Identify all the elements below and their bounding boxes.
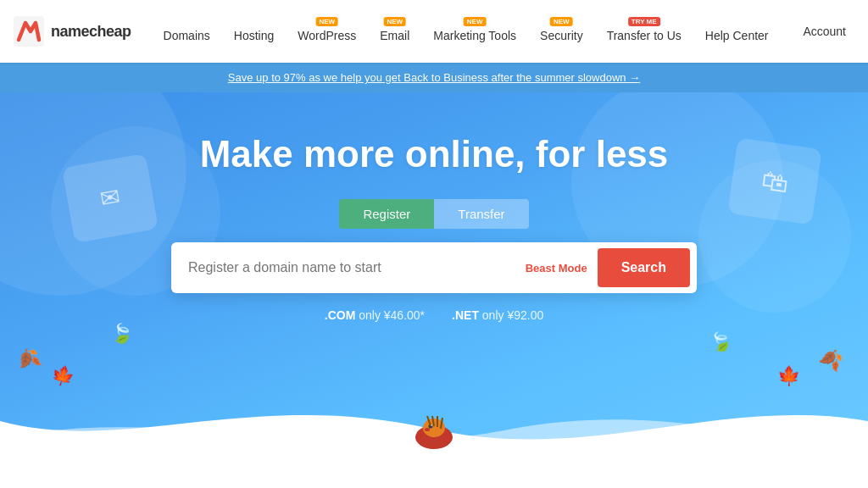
- nav-item-help[interactable]: Help Center: [693, 14, 781, 49]
- nav-item-wordpress[interactable]: NEW WordPress: [286, 14, 368, 49]
- badge-tryme-transfer: TRY ME: [628, 17, 660, 26]
- nav-account[interactable]: Account: [794, 18, 854, 45]
- hero-title: Make more online, for less: [200, 133, 669, 175]
- badge-new-email: NEW: [383, 17, 406, 26]
- nav-label-wordpress: WordPress: [298, 29, 356, 42]
- nav-item-security[interactable]: NEW Security: [528, 14, 595, 49]
- logo-text: namecheap: [51, 23, 131, 41]
- nav-links: Domains Hosting NEW WordPress NEW Email …: [152, 14, 795, 49]
- pricing-net: .NET only ¥92.00: [452, 308, 543, 322]
- com-price: only ¥46.00*: [359, 308, 425, 322]
- nav-item-email[interactable]: NEW Email: [368, 14, 421, 49]
- domain-search-input[interactable]: [188, 260, 515, 275]
- namecheap-logo-icon: [14, 16, 44, 47]
- tab-transfer[interactable]: Transfer: [434, 199, 528, 229]
- com-tld: .COM: [325, 308, 356, 322]
- hedgehog-svg: [409, 408, 459, 450]
- badge-new-marketing: NEW: [464, 17, 487, 26]
- net-price: only ¥92.00: [482, 308, 543, 322]
- nav-label-help: Help Center: [705, 29, 769, 42]
- promo-banner-link[interactable]: Save up to 97% as we help you get Back t…: [228, 71, 640, 84]
- pricing-info: .COM only ¥46.00* .NET only ¥92.00: [325, 308, 543, 322]
- nav-item-transfer[interactable]: TRY ME Transfer to Us: [595, 14, 693, 49]
- logo[interactable]: namecheap: [14, 16, 131, 47]
- nav-item-domains[interactable]: Domains: [152, 14, 222, 49]
- beast-mode-button[interactable]: Beast Mode: [515, 262, 598, 274]
- nav-label-transfer: Transfer to Us: [607, 29, 682, 42]
- hedgehog-character: [409, 408, 459, 453]
- leaf-3: 🍃: [110, 323, 133, 345]
- nav-label-hosting: Hosting: [234, 29, 274, 42]
- hero-section: 🛍 🍂 🍁 🍃 🍂 🍁 🍃 Make more online, for less…: [0, 92, 868, 455]
- badge-new-security: NEW: [550, 17, 573, 26]
- nav-label-marketing-tools: Marketing Tools: [433, 29, 516, 42]
- nav-label-domains: Domains: [164, 29, 210, 42]
- navbar: namecheap Domains Hosting NEW WordPress …: [0, 0, 868, 63]
- search-button[interactable]: Search: [598, 248, 690, 287]
- deco-bag-card: 🛍: [727, 137, 822, 225]
- badge-new-wordpress: NEW: [315, 17, 338, 26]
- nav-label-email: Email: [380, 29, 409, 42]
- nav-item-hosting[interactable]: Hosting: [222, 14, 286, 49]
- nav-item-marketing-tools[interactable]: NEW Marketing Tools: [421, 14, 528, 49]
- deco-envelope-card: [62, 153, 159, 243]
- search-box: Beast Mode Search: [171, 242, 697, 293]
- net-tld: .NET: [452, 308, 479, 322]
- leaf-6: 🍃: [707, 329, 735, 356]
- tab-register[interactable]: Register: [339, 199, 434, 229]
- search-tabs: Register Transfer: [339, 199, 528, 229]
- nav-label-security: Security: [540, 29, 583, 42]
- promo-banner: Save up to 97% as we help you get Back t…: [0, 63, 868, 92]
- svg-point-5: [425, 428, 430, 431]
- pricing-com: .COM only ¥46.00*: [325, 308, 425, 322]
